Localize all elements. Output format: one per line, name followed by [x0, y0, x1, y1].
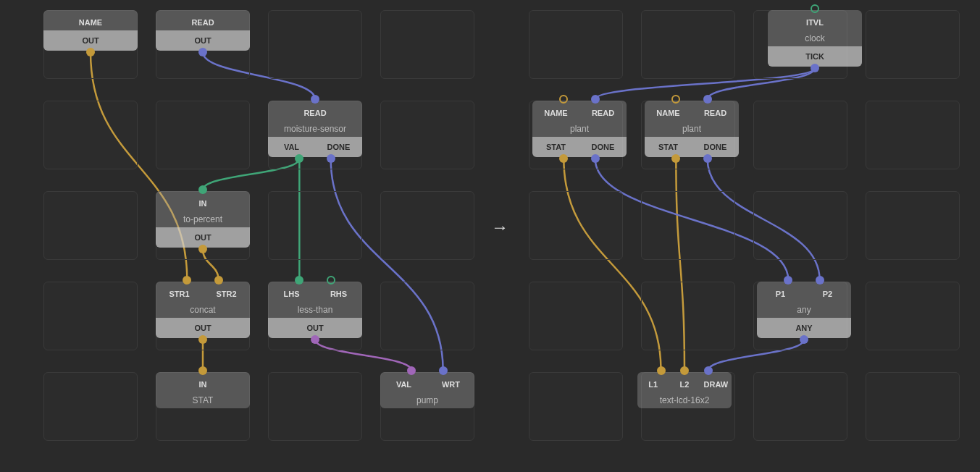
- node-pump[interactable]: VALWRTpump: [380, 372, 474, 408]
- grid-slot: [641, 282, 735, 350]
- grid-slot: [43, 372, 138, 441]
- node-title: to-percent: [156, 211, 250, 227]
- input-pin-label[interactable]: READ: [156, 18, 250, 27]
- input-pin-label[interactable]: READ: [579, 109, 627, 117]
- node-moisture-sensor[interactable]: READmoisture-sensorVALDONE: [268, 101, 362, 157]
- output-pin-label[interactable]: STAT: [532, 143, 579, 151]
- grid-slot: [866, 101, 960, 169]
- grid-slot: [156, 101, 250, 169]
- input-port-blue-icon[interactable]: [704, 366, 713, 375]
- output-pin-label[interactable]: DONE: [579, 143, 627, 151]
- input-port-blue-icon[interactable]: [311, 95, 319, 104]
- grid-slot: [753, 191, 847, 260]
- input-port-blue-icon[interactable]: [816, 276, 824, 285]
- output-port-blue-icon[interactable]: [800, 335, 808, 344]
- input-pin-label[interactable]: VAL: [380, 380, 427, 389]
- node-plant[interactable]: NAMEREADplantSTATDONE: [645, 101, 739, 157]
- grid-slot: [641, 191, 735, 260]
- output-port-yellow-icon[interactable]: [198, 335, 207, 344]
- node-less-than[interactable]: LHSRHSless-thanOUT: [268, 282, 362, 338]
- input-pin-label[interactable]: P1: [757, 290, 804, 298]
- input-pin-label[interactable]: READ: [268, 109, 362, 117]
- input-pin-label[interactable]: ITVL: [768, 18, 862, 27]
- input-port-green-icon[interactable]: [198, 185, 207, 194]
- grid-slot: [43, 191, 138, 260]
- input-pin-label[interactable]: DRAW: [700, 380, 732, 389]
- output-pin-label[interactable]: VAL: [268, 143, 315, 151]
- grid-slot: [641, 10, 735, 79]
- grid-slot: [753, 372, 847, 441]
- output-port-blue-icon[interactable]: [327, 154, 335, 163]
- input-pin-label[interactable]: READ: [692, 109, 739, 117]
- input-port-yellow-icon[interactable]: [657, 366, 666, 375]
- node-n_name[interactable]: NAMEOUT: [43, 10, 138, 51]
- output-pin-label[interactable]: ANY: [757, 324, 851, 332]
- output-port-blue-icon[interactable]: [198, 48, 207, 56]
- output-pin-label[interactable]: DONE: [315, 143, 362, 151]
- input-pin-label[interactable]: WRT: [427, 380, 474, 389]
- input-port-green-icon[interactable]: [811, 4, 819, 13]
- input-pin-label[interactable]: L1: [637, 380, 669, 389]
- grid-slot: [380, 101, 474, 169]
- node-any[interactable]: P1P2anyANY: [757, 282, 851, 338]
- grid-slot: [866, 282, 960, 350]
- node-title: plant: [645, 121, 739, 137]
- node-title: moisture-sensor: [268, 121, 362, 137]
- output-pin-label[interactable]: OUT: [268, 324, 362, 332]
- input-port-yellow-icon[interactable]: [680, 366, 689, 375]
- node-to-percent[interactable]: INto-percentOUT: [156, 191, 250, 248]
- input-pin-label[interactable]: IN: [156, 199, 250, 208]
- output-port-blue-icon[interactable]: [811, 64, 819, 72]
- input-port-yellow-icon[interactable]: [214, 276, 223, 285]
- input-port-blue-icon[interactable]: [591, 95, 600, 104]
- grid-slot: [529, 10, 623, 79]
- grid-slot: [529, 282, 623, 350]
- node-plant[interactable]: NAMEREADplantSTATDONE: [532, 101, 627, 157]
- node-STAT[interactable]: INSTAT: [156, 372, 250, 408]
- grid-slot: [43, 101, 138, 169]
- node-n_read[interactable]: READOUT: [156, 10, 250, 51]
- input-pin-label[interactable]: RHS: [315, 290, 362, 298]
- output-port-yellow-icon[interactable]: [86, 48, 95, 56]
- output-port-yellow-icon[interactable]: [198, 245, 207, 253]
- input-pin-label[interactable]: STR1: [156, 290, 203, 298]
- node-text-lcd-16x2[interactable]: L1L2DRAWtext-lcd-16x2: [637, 372, 732, 408]
- node-title: STAT: [156, 392, 250, 408]
- output-port-purple-icon[interactable]: [311, 335, 319, 344]
- output-port-blue-icon[interactable]: [591, 154, 600, 163]
- input-port-green-icon[interactable]: [327, 276, 335, 285]
- output-pin-label[interactable]: DONE: [692, 143, 739, 151]
- input-pin-label[interactable]: STR2: [203, 290, 250, 298]
- grid-slot: [866, 372, 960, 441]
- grid-slot: [380, 191, 474, 260]
- node-clock[interactable]: ITVLclockTICK: [768, 10, 862, 67]
- input-pin-label[interactable]: NAME: [43, 18, 138, 27]
- grid-slot: [268, 372, 362, 441]
- grid-slot: [43, 282, 138, 350]
- input-port-blue-icon[interactable]: [703, 95, 712, 104]
- output-pin-label[interactable]: TICK: [768, 52, 862, 61]
- input-pin-label[interactable]: NAME: [532, 109, 579, 117]
- input-port-yellow-icon[interactable]: [198, 366, 207, 375]
- output-port-blue-icon[interactable]: [703, 154, 712, 163]
- input-pin-label[interactable]: IN: [156, 380, 250, 389]
- input-port-blue-icon[interactable]: [439, 366, 448, 375]
- output-pin-label[interactable]: OUT: [156, 233, 250, 242]
- input-pin-label[interactable]: L2: [669, 380, 700, 389]
- input-pin-label[interactable]: P2: [804, 290, 851, 298]
- node-title: text-lcd-16x2: [637, 392, 732, 408]
- transform-arrow-icon: →: [491, 217, 508, 237]
- node-title: plant: [532, 121, 627, 137]
- output-pin-label[interactable]: OUT: [156, 36, 250, 45]
- node-title: concat: [156, 302, 250, 318]
- grid-slot: [380, 10, 474, 79]
- input-pin-label[interactable]: NAME: [645, 109, 692, 117]
- grid-slot: [529, 191, 623, 260]
- node-title: pump: [380, 392, 474, 408]
- output-pin-label[interactable]: OUT: [43, 36, 138, 45]
- node-concat[interactable]: STR1STR2concatOUT: [156, 282, 250, 338]
- output-pin-label[interactable]: OUT: [156, 324, 250, 332]
- input-pin-label[interactable]: LHS: [268, 290, 315, 298]
- output-pin-label[interactable]: STAT: [645, 143, 692, 151]
- grid-slot: [866, 10, 960, 79]
